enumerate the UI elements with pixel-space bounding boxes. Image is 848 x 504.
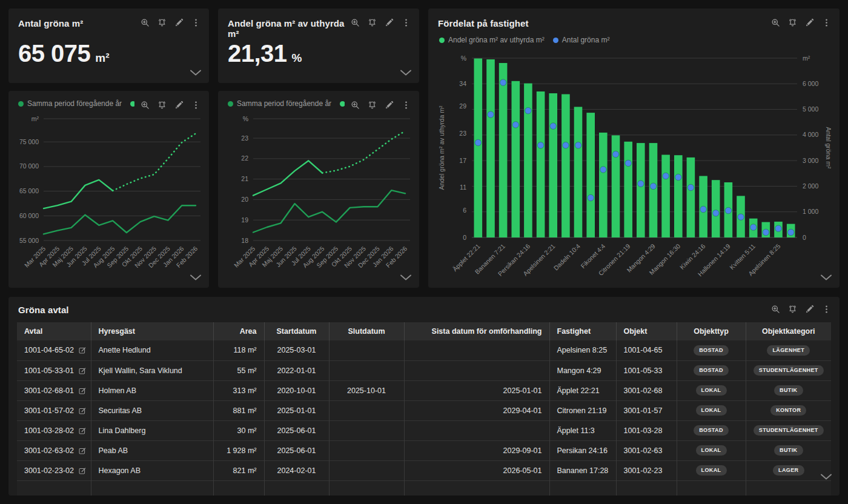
edit-pencil-icon[interactable] [174,101,184,110]
column-header-area[interactable]: Area [213,322,264,340]
column-header-objekt[interactable]: Objekt [616,322,677,340]
more-menu-icon[interactable] [191,101,200,110]
line-chart-canvas[interactable]: m²55 00060 00065 00070 00075 000Mar 2025… [16,111,202,285]
column-header-objekttyp[interactable]: Objekttyp [677,322,746,340]
data-point[interactable] [612,151,618,157]
bar[interactable] [574,107,583,237]
bar[interactable] [712,180,720,237]
alert-bell-icon[interactable] [368,101,377,110]
bar[interactable] [661,155,670,238]
bar[interactable] [524,84,532,237]
bar[interactable] [561,94,570,238]
bar[interactable] [649,143,658,237]
alert-bell-icon[interactable] [788,18,797,27]
column-header-sista[interactable]: Sista datum för omförhandling [404,322,549,340]
data-point[interactable] [575,142,581,148]
bar[interactable] [486,59,495,237]
expand-chevron-icon[interactable] [400,67,412,78]
data-point[interactable] [525,108,531,114]
data-point[interactable] [750,224,757,230]
data-point[interactable] [500,79,506,85]
combo-chart-canvas[interactable]: %m²01 0002 0003 0004 0005 0006 000061117… [437,48,831,288]
open-contract-icon[interactable] [79,447,86,454]
data-point[interactable] [725,207,731,213]
column-header-hyresgast[interactable]: Hyresgäst [91,322,213,340]
data-point[interactable] [475,139,481,145]
alert-bell-icon[interactable] [368,18,377,27]
open-contract-icon[interactable] [79,407,86,414]
bar[interactable] [612,135,620,237]
legend-item[interactable]: Antal gröna m² [553,36,610,44]
edit-pencil-icon[interactable] [385,101,394,110]
bar[interactable] [624,142,632,237]
data-point[interactable] [788,229,794,235]
bar[interactable] [586,113,595,237]
zoom-in-icon[interactable] [771,305,780,314]
data-point[interactable] [638,181,644,187]
more-menu-icon[interactable] [822,305,831,314]
column-header-start[interactable]: Startdatum [264,322,329,340]
data-point[interactable] [537,142,543,148]
line-chart-card-antal: Samma period föregående årNuvarande peri… [8,91,209,288]
alert-bell-icon[interactable] [157,18,167,27]
edit-pencil-icon[interactable] [385,18,394,27]
data-point[interactable] [625,160,631,166]
edit-pencil-icon[interactable] [805,18,814,27]
bar[interactable] [674,155,683,237]
data-point[interactable] [488,111,494,118]
expand-chevron-icon[interactable] [400,272,412,283]
data-point[interactable] [687,184,694,190]
bar[interactable] [599,133,608,237]
column-header-objektkategori[interactable]: Objektkategori [746,322,831,340]
zoom-in-icon[interactable] [351,18,360,27]
bar[interactable] [687,158,695,237]
zoom-in-icon[interactable] [771,18,780,27]
open-contract-icon[interactable] [79,387,86,394]
edit-pencil-icon[interactable] [174,18,184,27]
legend-item[interactable]: Samma period föregående år [18,99,122,108]
bar[interactable] [637,143,645,237]
data-point[interactable] [563,142,569,148]
data-point[interactable] [738,214,744,220]
alert-bell-icon[interactable] [157,101,167,110]
bar[interactable] [474,59,483,238]
expand-chevron-icon[interactable] [190,67,202,78]
more-menu-icon[interactable] [402,101,411,110]
open-contract-icon[interactable] [79,427,86,434]
open-contract-icon[interactable] [79,346,86,354]
data-point[interactable] [650,183,656,189]
legend-item[interactable]: Samma period föregående år [228,99,331,108]
data-point[interactable] [512,122,518,128]
data-point[interactable] [713,210,719,216]
expand-chevron-icon[interactable] [190,272,202,283]
data-point[interactable] [700,206,706,212]
edit-pencil-icon[interactable] [805,305,814,314]
more-menu-icon[interactable] [402,18,411,27]
column-header-fastighet[interactable]: Fastighet [549,322,616,340]
line-chart-canvas[interactable]: %181920212223Mar 2025Apr 2025Maj 2025Jun… [225,111,411,285]
data-point[interactable] [588,194,594,201]
legend-item[interactable]: Andel gröna m² av uthyrda m² [439,36,545,44]
zoom-in-icon[interactable] [141,101,150,110]
bar[interactable] [549,93,557,237]
data-point[interactable] [550,123,556,129]
data-point[interactable] [663,173,669,179]
more-menu-icon[interactable] [822,18,831,27]
more-menu-icon[interactable] [191,18,200,27]
bar[interactable] [499,63,508,237]
alert-bell-icon[interactable] [788,305,797,314]
expand-chevron-icon[interactable] [820,272,832,283]
column-header-slut[interactable]: Slutdatum [329,322,404,340]
open-contract-icon[interactable] [79,367,86,374]
data-point[interactable] [775,225,781,231]
zoom-in-icon[interactable] [351,101,360,110]
data-point[interactable] [763,229,769,235]
column-header-avtal[interactable]: Avtal [17,322,91,340]
zoom-in-icon[interactable] [141,18,150,27]
bar[interactable] [537,91,545,237]
open-contract-icon[interactable] [79,467,86,474]
data-point[interactable] [600,167,606,173]
bar[interactable] [512,81,520,237]
expand-chevron-icon[interactable] [820,471,832,482]
data-point[interactable] [675,174,681,180]
